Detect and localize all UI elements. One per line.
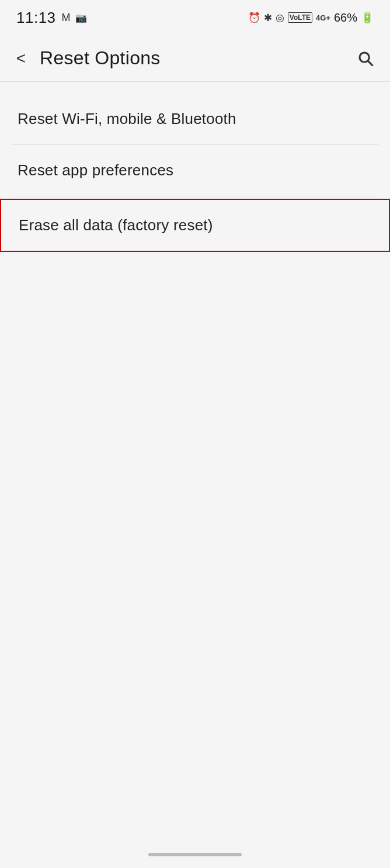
signal-icon: 4G+ xyxy=(316,13,330,22)
volte-icon: VoLTE xyxy=(288,12,312,23)
bottom-nav-bar xyxy=(148,853,242,856)
svg-line-1 xyxy=(368,61,372,65)
back-button[interactable]: < xyxy=(9,47,33,70)
menu-item-wifi-reset-label: Reset Wi-Fi, mobile & Bluetooth xyxy=(18,110,236,128)
search-button[interactable] xyxy=(353,46,378,71)
bluetooth-icon: ✱ xyxy=(264,12,272,24)
app-bar: < Reset Options xyxy=(0,35,390,82)
svg-point-0 xyxy=(360,53,369,62)
menu-item-wifi-reset[interactable]: Reset Wi-Fi, mobile & Bluetooth xyxy=(0,94,390,144)
menu-item-factory-reset[interactable]: Erase all data (factory reset) xyxy=(0,199,390,252)
page-title: Reset Options xyxy=(40,47,161,69)
menu-item-factory-reset-label: Erase all data (factory reset) xyxy=(19,216,213,234)
alarm-icon: ⏰ xyxy=(248,12,260,24)
battery-icon: 🔋 xyxy=(361,11,374,24)
menu-item-app-prefs[interactable]: Reset app preferences xyxy=(0,145,390,196)
status-bar-right: ⏰ ✱ ◎ VoLTE 4G+ 66% 🔋 xyxy=(248,11,374,25)
divider-2 xyxy=(12,196,378,196)
image-icon: 📷 xyxy=(75,12,87,23)
wifi-icon: ◎ xyxy=(276,12,284,24)
menu-item-app-prefs-label: Reset app preferences xyxy=(18,161,173,179)
gmail-icon: M xyxy=(62,12,71,24)
status-bar: 11:13 M 📷 ⏰ ✱ ◎ VoLTE 4G+ 66% 🔋 xyxy=(0,0,390,35)
battery-percentage: 66% xyxy=(334,11,357,25)
search-icon xyxy=(357,50,374,67)
back-arrow-icon: < xyxy=(16,49,26,68)
status-bar-left: 11:13 M 📷 xyxy=(16,9,87,27)
status-time: 11:13 xyxy=(16,9,56,27)
status-icons-notif: M 📷 xyxy=(62,12,87,24)
menu-list: Reset Wi-Fi, mobile & Bluetooth Reset ap… xyxy=(0,82,390,266)
header-left: < Reset Options xyxy=(9,47,161,70)
